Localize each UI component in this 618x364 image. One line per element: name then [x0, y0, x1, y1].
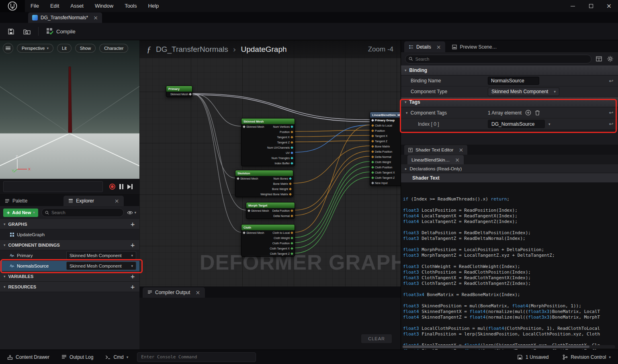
visibility-filter-button[interactable]: ▾ [127, 211, 136, 215]
unreal-logo[interactable] [0, 0, 25, 12]
viewport-perspective-button[interactable]: Perspective ▾ [17, 44, 53, 53]
input-pin-position[interactable]: Position [372, 129, 385, 132]
expander-icon[interactable]: ▾ [406, 111, 408, 115]
menu-asset[interactable]: Asset [65, 0, 89, 12]
graph-wire[interactable] [295, 135, 370, 137]
graph-node-linearblendskin-m[interactable]: LinearBlendSkin_MPrimary GroupCloth to L… [370, 112, 401, 186]
minimize-button[interactable] [564, 0, 582, 12]
graph-wire[interactable] [295, 141, 370, 142]
output-pin-bone-weight[interactable]: Bone Weight [272, 188, 291, 190]
shader-tab-close-icon[interactable]: × [458, 147, 463, 153]
reset-to-default-icon[interactable]: ↩ [604, 121, 618, 127]
menu-help[interactable]: Help [142, 0, 164, 12]
output-pin-weighted-bone-matrix[interactable]: Weighted Bone Matrix [260, 193, 291, 196]
input-pin-skinned-mesh[interactable]: Skinned Mesh [243, 231, 264, 234]
input-pin-skinned-mesh[interactable]: Skinned Mesh [237, 177, 258, 180]
browse-to-asset-button[interactable] [20, 25, 34, 38]
output-pin-num-uvchannels[interactable]: Num UVChannels [267, 146, 293, 149]
close-window-button[interactable]: × [600, 0, 618, 12]
add-graphs-button[interactable]: + [129, 221, 136, 227]
breadcrumb-current[interactable]: UpdateGraph [241, 45, 286, 54]
tab-close-icon[interactable]: × [93, 15, 98, 20]
input-pin-bone-matrix[interactable]: Bone Matrix [372, 145, 390, 148]
record-button[interactable] [109, 184, 115, 190]
details-close-icon[interactable]: × [436, 44, 441, 50]
input-pin-skinned-mesh[interactable]: Skinned Mesh [243, 125, 264, 128]
output-pin-bone-matrix[interactable]: Bone Matrix [273, 182, 291, 185]
output-pin-delta-normal[interactable]: Delta Normal [273, 215, 293, 217]
graph-canvas[interactable]: DEFORMER GRAPH PrimarySkinned MeshSkinne… [139, 40, 401, 286]
output-pin-cloth-tangent-x[interactable]: Cloth Tangent X [270, 247, 293, 250]
input-pin-cloth-tangent-x[interactable]: Cloth Tangent X [372, 171, 395, 174]
input-pin-delta-normal[interactable]: Delta Normal [372, 155, 391, 158]
tab-shader-text-editor[interactable]: Shader Text Editor × [404, 145, 467, 155]
tag-dropdown-icon[interactable]: ▾ [548, 122, 550, 126]
menu-edit[interactable]: Edit [45, 0, 65, 12]
add-variables-button[interactable]: + [129, 273, 136, 280]
graph-wire[interactable] [295, 162, 370, 237]
input-pin-cloth-to-local[interactable]: Cloth to Local [372, 124, 392, 127]
tab-linearblendskin-document[interactable]: LinearBlendSkin… × [407, 155, 464, 164]
scrollbar-thumb[interactable] [403, 346, 589, 348]
tab-explorer[interactable]: Explorer × [63, 196, 124, 206]
tree-item-updategraph[interactable]: UpdateGraph [0, 229, 139, 240]
graph-wire[interactable] [192, 94, 235, 178]
tree-item-normalssource[interactable]: NormalsSourceSkinned Mesh Component▾ [0, 261, 139, 271]
save-button[interactable] [4, 25, 18, 38]
input-pin-delta-position[interactable]: Delta Position [372, 150, 392, 153]
graph-wire[interactable] [295, 125, 370, 152]
pause-button[interactable] [119, 184, 123, 189]
graph-wire[interactable] [295, 172, 370, 248]
output-pin-num-triangles[interactable]: Num Triangles [272, 157, 293, 160]
compiler-close-icon[interactable]: × [195, 290, 200, 295]
section-tags[interactable]: ▾ Tags [401, 97, 618, 107]
output-pin-uv[interactable]: UV [286, 151, 293, 154]
graph-wire[interactable] [295, 151, 370, 210]
viewport-character-button[interactable]: Character [99, 44, 128, 53]
viewport-show-button[interactable]: Show [75, 44, 96, 53]
section-graphs[interactable]: ▾GRAPHS+ [0, 219, 139, 229]
section-resources[interactable]: ▾RESOURCES+ [0, 282, 139, 292]
reset-to-default-icon[interactable]: ↩ [604, 110, 618, 116]
graph-wire[interactable] [295, 177, 370, 253]
graph-node-primary[interactable]: PrimarySkinned Mesh [166, 86, 192, 97]
tree-item-primary[interactable]: PrimarySkinned Mesh Component▾ [0, 250, 139, 261]
tab-palette[interactable]: Palette [0, 196, 32, 206]
explorer-search-input[interactable] [51, 210, 121, 215]
graph-wire[interactable] [192, 95, 370, 122]
details-search[interactable] [405, 55, 591, 63]
output-pin-num-vertices[interactable]: Num Vertices [273, 125, 293, 128]
reset-to-default-icon[interactable]: ↩ [604, 78, 618, 84]
compile-button[interactable]: Compile [43, 25, 79, 38]
add-array-element-icon[interactable] [525, 110, 531, 116]
output-pin-cloth-weight[interactable]: Cloth Weight [274, 237, 293, 239]
graph-wire[interactable] [192, 94, 241, 232]
menu-window[interactable]: Window [89, 0, 119, 12]
graph-wire[interactable] [295, 156, 370, 215]
graph-node-morph-target[interactable]: Morph TargetSkinned MeshDelta PositionDe… [246, 202, 295, 219]
menu-file[interactable]: File [25, 0, 45, 12]
graph-node-cloth[interactable]: ClothSkinned MeshCloth to LocalCloth Wei… [241, 224, 295, 257]
settings-button[interactable] [606, 56, 614, 62]
console-command-input[interactable] [137, 352, 256, 362]
section-variables[interactable]: ▾VARIABLES+ [0, 271, 139, 282]
step-forward-button[interactable] [127, 184, 133, 189]
delete-array-icon[interactable] [535, 110, 540, 116]
input-pin-skinned-mesh[interactable]: Skinned Mesh [248, 209, 269, 212]
timeline-track[interactable] [3, 181, 103, 192]
doc-tab-close-icon[interactable]: × [455, 157, 460, 163]
input-pin-cloth-position[interactable]: Cloth Position [372, 166, 392, 169]
details-search-input[interactable] [415, 57, 588, 61]
tab-details[interactable]: Details × [404, 41, 445, 52]
output-pin-skinned-mesh[interactable]: Skinned Mesh [170, 93, 191, 96]
content-drawer-button[interactable]: Content Drawer [4, 352, 53, 362]
graph-wire[interactable] [295, 130, 370, 131]
graph-wire[interactable] [192, 94, 370, 120]
section-component-bindings[interactable]: ▾COMPONENT BINDINGS+ [0, 240, 139, 250]
menu-tools[interactable]: Tools [119, 0, 142, 12]
component-type-dropdown[interactable]: Skinned Mesh Component ▾ [488, 88, 559, 96]
output-pin-num-bones[interactable]: Num Bones [273, 177, 291, 180]
shader-code-editor[interactable]: if (Index >= ReadNumThreads().x) return;… [401, 183, 618, 350]
input-pin-cloth-weight[interactable]: Cloth Weight [372, 161, 391, 164]
output-pin-tangent-z[interactable]: Tangent Z [277, 141, 293, 144]
